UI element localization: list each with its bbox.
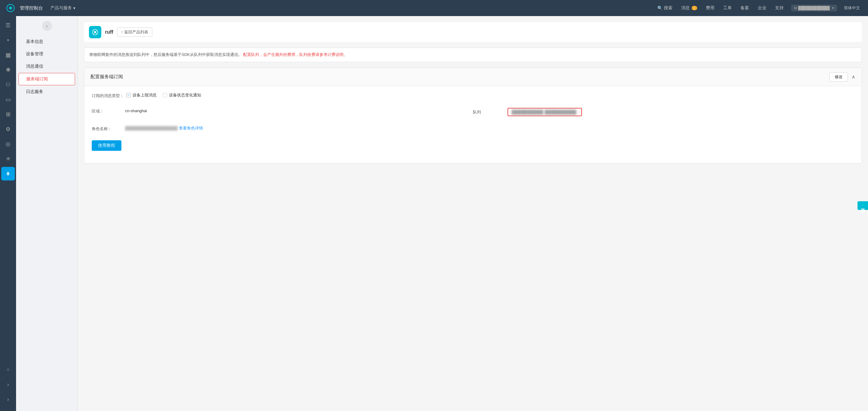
icon-nav-bottom: ○ › › — [1, 363, 15, 411]
circle-bottom-icon[interactable]: ○ — [1, 363, 15, 376]
queue-side: 队列 ██████████ ██████████. — [473, 105, 854, 119]
role-row: 角色名称： ████████████████████ 查看角色详情 — [92, 125, 854, 131]
screen-nav-icon[interactable]: ▭ — [1, 93, 15, 106]
sidebar-item-server-subscription[interactable]: 服务端订阅 — [19, 73, 75, 85]
user-name: Ie ████████████ — [794, 6, 830, 10]
messages-btn[interactable]: 消息 1 — [677, 3, 701, 13]
console-title[interactable]: 管理控制台 — [20, 5, 43, 11]
person-nav-icon[interactable]: ⚇ — [1, 78, 15, 91]
fee-label: 费用 — [706, 5, 714, 11]
modify-btn[interactable]: 修改 — [829, 72, 848, 82]
filing-label: 备案 — [740, 5, 749, 11]
logo[interactable] — [5, 2, 16, 13]
enterprise-label: 企业 — [758, 5, 766, 11]
work-order-btn[interactable]: 工单 — [719, 3, 736, 13]
enterprise-btn[interactable]: 企业 — [754, 3, 770, 13]
device-msg-checkbox[interactable]: ✓ — [126, 93, 131, 97]
device-msg-label: 设备上报消息 — [132, 92, 157, 98]
messages-badge: 1 — [692, 6, 697, 10]
sidebar: ‹ 基本信息 设备管理 消息通信 服务端订阅 日志服务 — [16, 16, 78, 411]
sidebar-item-message-communication[interactable]: 消息通信 — [19, 61, 75, 72]
queue-label: 队列 — [473, 109, 504, 115]
config-section-header: 配置服务端订阅 修改 ∧ — [84, 68, 862, 86]
device-state-label: 设备状态变化通知 — [169, 92, 201, 98]
language-btn[interactable]: 简体中文 — [841, 4, 863, 12]
region-side: 区域： cn-shanghai — [92, 105, 473, 117]
region-value: cn-shanghai — [125, 109, 147, 113]
config-section-title: 配置服务端订阅 — [91, 74, 123, 80]
back-to-list-btn[interactable]: ↑ 返回产品列表 — [117, 28, 152, 37]
product-name: ruff — [105, 29, 113, 35]
svg-point-1 — [9, 6, 12, 9]
tutorial-row: 使用教程 — [92, 138, 854, 151]
sidebar-item-log-service[interactable]: 日志服务 — [19, 86, 75, 98]
help-sidebar[interactable]: 咨询·建议 — [858, 201, 868, 210]
region-queue-row: 区域： cn-shanghai 队列 ██████████ ██████████… — [92, 105, 854, 119]
products-menu[interactable]: 产品与服务 ▾ — [50, 5, 75, 11]
menu-toggle-icon[interactable]: ☰ — [1, 19, 15, 32]
device-msg-type: ✓ 设备上报消息 — [126, 92, 157, 98]
config-section: 配置服务端订阅 修改 ∧ 订阅的消息类型： ✓ 设备上报消息 — [84, 68, 862, 164]
top-nav: 管理控制台 产品与服务 ▾ 🔍 搜索 消息 1 费用 工单 备案 企业 支持 I… — [0, 0, 868, 16]
search-label: 搜索 — [664, 5, 673, 11]
subscription-type-label: 订阅的消息类型： — [92, 92, 124, 98]
fee-btn[interactable]: 费用 — [702, 3, 718, 13]
info-banner-link[interactable]: 配置队列，会产生额外的费用，队列收费请参考计费说明。 — [243, 52, 347, 57]
search-icon: 🔍 — [657, 5, 662, 10]
support-label: 支持 — [775, 5, 784, 11]
tree-nav-icon[interactable]: ❃ — [1, 63, 15, 77]
products-chevron: ▾ — [73, 5, 75, 10]
collapse-icon[interactable]: ∧ — [851, 74, 855, 80]
messages-label: 消息 — [681, 5, 690, 11]
user-area[interactable]: Ie ████████████ ▾ — [791, 5, 837, 11]
eye-nav-icon[interactable]: ◎ — [1, 137, 15, 151]
message-types: ✓ 设备上报消息 设备状态变化通知 — [126, 92, 201, 98]
role-text-blur: ████████████████████ — [125, 126, 178, 130]
sidebar-item-basic-info[interactable]: 基本信息 — [19, 36, 75, 48]
chevron-right-1-bottom-icon[interactable]: › — [1, 378, 15, 391]
products-label: 产品与服务 — [50, 5, 72, 11]
config-body: 订阅的消息类型： ✓ 设备上报消息 设备状态变化通知 — [84, 86, 862, 163]
sidebar-collapse-btn[interactable]: ‹ — [42, 21, 52, 31]
filing-btn[interactable]: 备案 — [737, 3, 753, 13]
svg-point-2 — [8, 175, 9, 176]
search-btn[interactable]: 🔍 搜索 — [654, 3, 676, 13]
asterisk-nav-icon[interactable]: ✳ — [1, 152, 15, 166]
layout: ‹ 基本信息 设备管理 消息通信 服务端订阅 日志服务 ruff ↑ 返回产品列… — [0, 16, 868, 411]
role-value: ████████████████████ 查看角色详情 — [125, 125, 203, 131]
info-banner-text: 将物联网套件的消息推送到队列中，然后服务端基于SDK从队列中获取消息实现通信。 — [89, 52, 242, 57]
config-section-actions: 修改 ∧ — [829, 72, 855, 82]
product-header: ruff ↑ 返回产品列表 — [84, 22, 862, 42]
arrow-down-nav-icon[interactable]: ▾ — [1, 33, 15, 47]
region-label: 区域： — [92, 108, 123, 114]
view-role-detail-link[interactable]: 查看角色详情 — [179, 125, 203, 131]
user-chevron: ▾ — [832, 6, 834, 10]
support-btn[interactable]: 支持 — [771, 3, 787, 13]
work-order-label: 工单 — [723, 5, 732, 11]
layers-nav-icon[interactable]: ⊞ — [1, 108, 15, 121]
chevron-right-2-bottom-icon[interactable]: › — [1, 392, 15, 406]
top-nav-items: 🔍 搜索 消息 1 费用 工单 备案 企业 支持 Ie ████████████… — [654, 3, 863, 13]
subscription-type-row: 订阅的消息类型： ✓ 设备上报消息 设备状态变化通知 — [92, 92, 854, 98]
gear-nav-icon[interactable]: ⚙ — [1, 122, 15, 136]
signal-nav-icon[interactable] — [1, 167, 15, 180]
info-banner: 将物联网套件的消息推送到队列中，然后服务端基于SDK从队列中获取消息实现通信。 … — [84, 48, 862, 62]
device-state-type: 设备状态变化通知 — [163, 92, 201, 98]
role-label: 角色名称： — [92, 125, 123, 131]
queue-value-box: ██████████ ██████████. — [507, 108, 582, 116]
product-icon — [89, 26, 101, 38]
main-content: ruff ↑ 返回产品列表 将物联网套件的消息推送到队列中，然后服务端基于SDK… — [78, 16, 868, 411]
sidebar-item-device-management[interactable]: 设备管理 — [19, 48, 75, 60]
icon-nav: ☰ ▾ ▦ ❃ ⚇ ▭ ⊞ ⚙ ◎ ✳ ○ › › — [0, 16, 16, 411]
use-tutorial-btn[interactable]: 使用教程 — [92, 140, 121, 151]
dashboard-nav-icon[interactable]: ▦ — [1, 48, 15, 62]
device-state-checkbox[interactable] — [163, 93, 167, 97]
queue-value: ██████████ ██████████. — [512, 110, 578, 114]
